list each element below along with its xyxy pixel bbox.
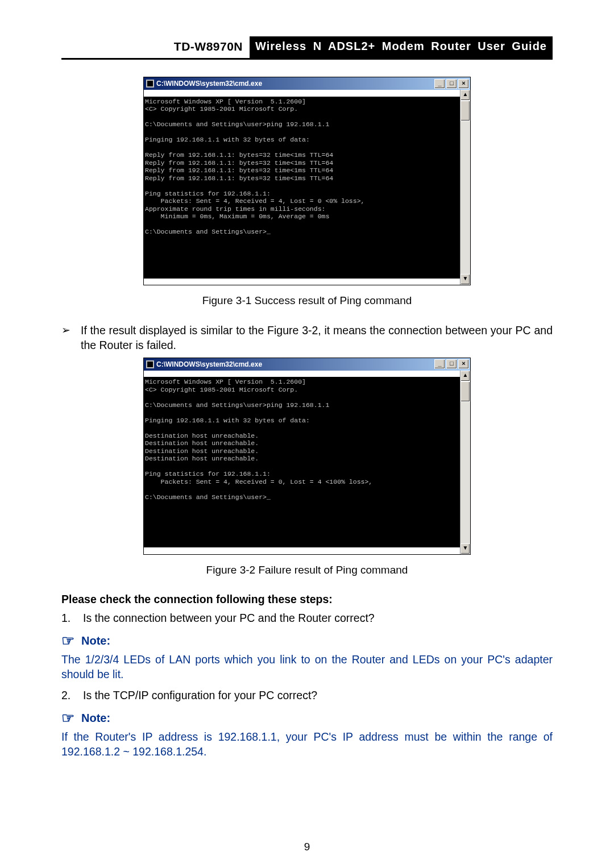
maximize-button[interactable]: □ — [446, 79, 457, 89]
bullet-arrow-icon: ➢ — [61, 323, 81, 353]
close-button[interactable]: × — [458, 79, 469, 89]
figure-caption-1: Figure 3-1 Success result of Ping comman… — [61, 293, 553, 308]
minimize-button[interactable]: _ — [434, 359, 445, 369]
step-1-num: 1. — [61, 610, 83, 625]
console-window-2: C:\WINDOWS\system32\cmd.exe _ □ × Micros… — [143, 358, 471, 555]
maximize-button[interactable]: □ — [446, 359, 457, 369]
guide-title: Wireless N ADSL2+ Modem Router User Guid… — [250, 36, 553, 58]
scroll-down-icon[interactable]: ▼ — [460, 543, 470, 554]
scroll-down-icon[interactable]: ▼ — [460, 274, 470, 285]
cmd-icon — [146, 80, 154, 88]
step-2-text: Is the TCP/IP configuration for your PC … — [83, 688, 317, 703]
close-button[interactable]: × — [458, 359, 469, 369]
minimize-button[interactable]: _ — [434, 79, 445, 89]
note-heading-2: ☞ Note: — [61, 711, 553, 726]
console-output-1: Microsoft Windows XP [ Version 5.1.2600]… — [144, 97, 460, 279]
check-heading: Please check the connection following th… — [61, 592, 553, 607]
page-number: 9 — [0, 840, 614, 854]
bullet-item-1: ➢ If the result displayed is similar to … — [61, 323, 553, 353]
page: TD-W8970N Wireless N ADSL2+ Modem Router… — [0, 0, 614, 868]
titlebar-2-text: C:\WINDOWS\system32\cmd.exe — [156, 360, 434, 369]
scrollbar-1[interactable]: ▲ ▼ — [460, 90, 470, 285]
window-buttons-1: _ □ × — [434, 79, 469, 89]
note-label-2: Note: — [81, 711, 110, 726]
bullet-text-1: If the result displayed is similar to th… — [81, 323, 553, 353]
scrollbar-2[interactable]: ▲ ▼ — [460, 371, 470, 554]
note-label-1: Note: — [81, 633, 110, 649]
window-buttons-2: _ □ × — [434, 359, 469, 369]
step-2: 2. Is the TCP/IP configuration for your … — [61, 688, 553, 703]
console-body-row-1: Microsoft Windows XP [ Version 5.1.2600]… — [144, 90, 470, 285]
model-box: TD-W8970N — [171, 36, 250, 58]
step-1: 1. Is the connection between your PC and… — [61, 610, 553, 625]
hand-icon: ☞ — [61, 711, 74, 725]
scroll-up-icon[interactable]: ▲ — [460, 371, 470, 381]
scroll-thumb[interactable] — [460, 381, 470, 402]
note-heading-1: ☞ Note: — [61, 633, 553, 649]
console-window-1: C:\WINDOWS\system32\cmd.exe _ □ × Micros… — [143, 77, 471, 285]
titlebar-1: C:\WINDOWS\system32\cmd.exe _ □ × — [144, 77, 470, 90]
note-body-1: The 1/2/3/4 LEDs of LAN ports which you … — [61, 652, 553, 682]
scroll-up-icon[interactable]: ▲ — [460, 90, 470, 101]
console-body-row-2: Microsoft Windows XP [ Version 5.1.2600]… — [144, 371, 470, 554]
console-output-2: Microsoft Windows XP [ Version 5.1.2600]… — [144, 377, 460, 547]
note-body-2: If the Router's IP address is 192.168.1.… — [61, 729, 553, 759]
scroll-track — [460, 121, 470, 274]
titlebar-2: C:\WINDOWS\system32\cmd.exe _ □ × — [144, 358, 470, 371]
step-2-num: 2. — [61, 688, 83, 703]
titlebar-1-text: C:\WINDOWS\system32\cmd.exe — [156, 79, 434, 88]
doc-header: TD-W8970N Wireless N ADSL2+ Modem Router… — [61, 36, 553, 60]
hand-icon: ☞ — [61, 633, 74, 648]
figure-caption-2: Figure 3-2 Failure result of Ping comman… — [61, 563, 553, 578]
scroll-track — [460, 402, 470, 543]
scroll-thumb[interactable] — [460, 101, 470, 121]
cmd-icon — [146, 360, 154, 368]
step-1-text: Is the connection between your PC and th… — [83, 610, 375, 625]
